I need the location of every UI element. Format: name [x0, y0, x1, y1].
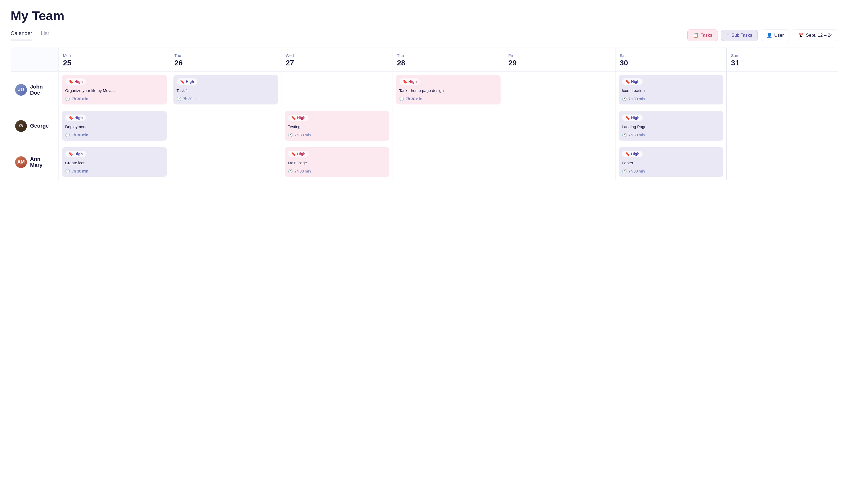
task-card[interactable]: 🔖 High Create icon 🕐 7h 30 min [62, 147, 167, 177]
task-cell: 🔖 High Landing Page 🕐 7h 30 min [616, 108, 727, 144]
day-name: Fri [508, 53, 611, 58]
task-card[interactable]: 🔖 High Testing 🕐 7h 30 min [285, 111, 389, 141]
priority-badge: 🔖 High [622, 114, 643, 121]
empty-cell [504, 108, 616, 144]
task-title: Testing [288, 124, 386, 129]
time-value: 7h 30 min [295, 133, 311, 137]
task-card[interactable]: 🔖 High Landing Page 🕐 7h 30 min [619, 111, 723, 141]
priority-badge: 🔖 High [288, 114, 309, 121]
priority-badge: 🔖 High [399, 78, 420, 85]
day-name: Sat [620, 53, 722, 58]
tasks-icon: 📋 [693, 32, 698, 38]
task-cell: 🔖 High Task - home page design 🕐 7h 30 m… [393, 72, 504, 108]
task-cell: 🔖 High Create icon 🕐 7h 30 min [59, 144, 170, 180]
day-name: Tue [175, 53, 277, 58]
priority-badge: 🔖 High [65, 114, 86, 121]
empty-cell [281, 72, 393, 108]
priority-badge: 🔖 High [65, 78, 86, 85]
subtasks-button[interactable]: ⑂ Sub Tasks [721, 30, 758, 41]
task-time: 🕐 7h 30 min [65, 169, 163, 174]
task-title: Task 1 [177, 88, 275, 93]
tab-calendar[interactable]: Calender [11, 30, 32, 40]
empty-cell [170, 108, 282, 144]
day-header-tue: Tue 26 [170, 48, 282, 72]
task-card[interactable]: 🔖 High Deployment 🕐 7h 30 min [62, 111, 167, 141]
task-card[interactable]: 🔖 High Task - home page design 🕐 7h 30 m… [396, 75, 501, 105]
empty-cell [504, 144, 616, 180]
task-title: Main Page [288, 160, 386, 166]
person-cell: G George [11, 108, 59, 144]
task-cell: 🔖 High Organize your life by Mova.. 🕐 7h… [59, 72, 170, 108]
priority-badge: 🔖 High [622, 150, 643, 157]
bookmark-icon: 🔖 [625, 115, 630, 120]
time-value: 7h 30 min [72, 133, 88, 137]
date-range-button[interactable]: 📅 Sept, 12 – 24 [793, 30, 838, 41]
task-card[interactable]: 🔖 High Footer 🕐 7h 30 min [619, 147, 723, 177]
clock-icon: 🕐 [65, 169, 70, 174]
avatar: G [15, 120, 27, 132]
task-card[interactable]: 🔖 High Task 1 🕐 7h 30 min [173, 75, 278, 105]
bookmark-icon: 🔖 [625, 79, 630, 84]
task-card[interactable]: 🔖 High Organize your life by Mova.. 🕐 7h… [62, 75, 167, 105]
priority-badge: 🔖 High [622, 78, 643, 85]
time-value: 7h 30 min [629, 133, 645, 137]
day-num: 29 [508, 59, 611, 67]
bookmark-icon: 🔖 [625, 152, 630, 156]
task-card[interactable]: 🔖 High Icon creation 🕐 7h 30 min [619, 75, 723, 105]
task-title: Icon creation [622, 88, 720, 93]
day-name: Mon [63, 53, 166, 58]
user-icon: 👤 [766, 32, 772, 38]
task-cell: 🔖 High Deployment 🕐 7h 30 min [59, 108, 170, 144]
person-name: George [30, 123, 49, 129]
time-value: 7h 30 min [629, 97, 645, 101]
empty-cell [393, 108, 504, 144]
tabs-bar: Calender List 📋 Tasks ⑂ Sub Tasks 👤 User… [11, 30, 838, 41]
clock-icon: 🕐 [622, 96, 627, 101]
day-num: 25 [63, 59, 166, 67]
toolbar-right: 📋 Tasks ⑂ Sub Tasks 👤 User 📅 Sept, 12 – … [687, 30, 838, 41]
day-num: 31 [731, 59, 834, 67]
tab-list[interactable]: List [41, 30, 49, 40]
day-num: 26 [175, 59, 277, 67]
task-title: Organize your life by Mova.. [65, 88, 163, 93]
empty-cell [170, 144, 282, 180]
task-time: 🕐 7h 30 min [622, 96, 720, 101]
tasks-button[interactable]: 📋 Tasks [687, 30, 718, 41]
priority-badge: 🔖 High [177, 78, 198, 85]
day-header-sun: Sun 31 [727, 48, 838, 72]
task-time: 🕐 7h 30 min [65, 96, 163, 101]
clock-icon: 🕐 [399, 96, 404, 101]
bookmark-icon: 🔖 [180, 79, 184, 84]
day-num: 30 [620, 59, 722, 67]
time-value: 7h 30 min [629, 169, 645, 173]
priority-label: High [631, 152, 639, 156]
empty-cell [727, 144, 838, 180]
person-name: John Doe [30, 84, 54, 96]
day-header-wed: Wed 27 [281, 48, 393, 72]
task-time: 🕐 7h 30 min [622, 133, 720, 138]
priority-badge: 🔖 High [65, 150, 86, 157]
priority-label: High [186, 79, 194, 84]
person-name: Ann Mary [30, 156, 54, 168]
tabs-left: Calender List [11, 30, 49, 40]
priority-label: High [74, 115, 83, 120]
task-title: Footer [622, 160, 720, 166]
bookmark-icon: 🔖 [403, 79, 407, 84]
priority-label: High [74, 152, 83, 156]
user-button[interactable]: 👤 User [761, 30, 790, 41]
header-empty [11, 48, 59, 72]
clock-icon: 🕐 [288, 169, 293, 174]
calendar-row-john-doe: JD John Doe 🔖 High Organize your life by… [11, 72, 838, 108]
calendar-icon: 📅 [798, 32, 804, 38]
avatar: JD [15, 84, 27, 96]
task-time: 🕐 7h 30 min [177, 96, 275, 101]
priority-label: High [74, 79, 83, 84]
task-cell: 🔖 High Main Page 🕐 7h 30 min [281, 144, 393, 180]
task-card[interactable]: 🔖 High Main Page 🕐 7h 30 min [285, 147, 389, 177]
task-title: Deployment [65, 124, 163, 129]
page-title: My Team [11, 8, 838, 23]
day-name: Wed [286, 53, 388, 58]
priority-badge: 🔖 High [288, 150, 309, 157]
time-value: 7h 30 min [72, 97, 88, 101]
priority-label: High [409, 79, 417, 84]
